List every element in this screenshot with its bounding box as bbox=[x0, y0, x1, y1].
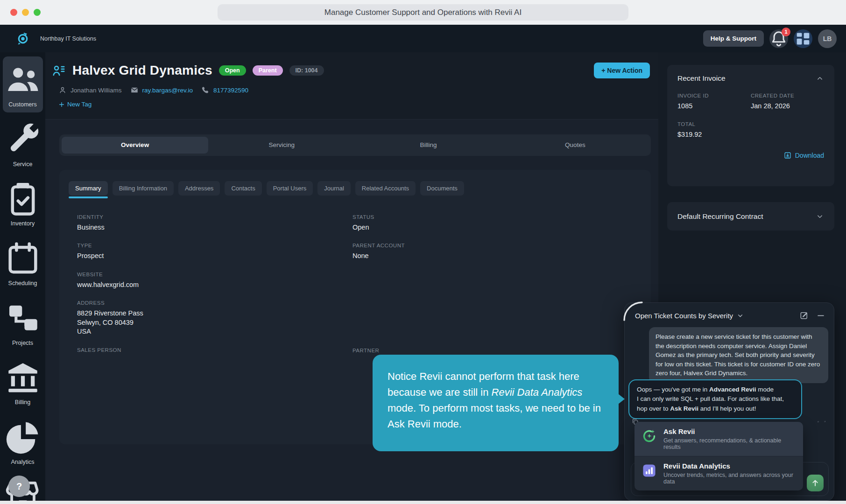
subtab-journal[interactable]: Journal bbox=[317, 181, 351, 196]
download-invoice-link[interactable]: Download bbox=[783, 151, 824, 160]
customer-header: Halvex Grid Dynamics Open Parent ID: 100… bbox=[45, 52, 658, 119]
minimize-chat-icon[interactable] bbox=[816, 311, 825, 320]
help-fab-button[interactable]: ? bbox=[8, 476, 30, 497]
user-avatar[interactable]: LB bbox=[818, 29, 837, 48]
menu-item-ask-revii[interactable]: Ask Revii Get answers, recommendations, … bbox=[634, 422, 803, 456]
overview-subtabs: Summary Billing Information Addresses Co… bbox=[69, 181, 642, 196]
chat-title-chevron-icon[interactable] bbox=[736, 312, 744, 320]
contact-name: Jonathan Williams bbox=[70, 87, 122, 94]
field-type: TYPE Prospect bbox=[77, 243, 352, 261]
phone-icon bbox=[201, 86, 210, 94]
projects-icon bbox=[4, 299, 42, 337]
new-chat-icon[interactable] bbox=[799, 311, 809, 320]
sidebar-item-analytics[interactable]: Analytics bbox=[3, 414, 43, 470]
org-name: Northbay IT Solutions bbox=[40, 35, 96, 42]
chat-corner-arc bbox=[621, 300, 645, 323]
sidebar-item-inventory[interactable]: Inventory bbox=[3, 175, 43, 231]
main-tabs: Overview Servicing Billing Quotes bbox=[59, 134, 651, 156]
subtab-summary[interactable]: Summary bbox=[69, 181, 108, 196]
scheduling-icon bbox=[4, 239, 42, 278]
tab-servicing[interactable]: Servicing bbox=[208, 137, 355, 154]
notifications-button[interactable]: 1 bbox=[769, 29, 788, 48]
tab-overview[interactable]: Overview bbox=[62, 137, 208, 154]
field-status: STATUS Open bbox=[352, 214, 642, 232]
contact-email-link[interactable]: ray.bargas@rev.io bbox=[142, 87, 193, 94]
subtab-portal-users[interactable]: Portal Users bbox=[267, 181, 313, 196]
thumbs-up-icon[interactable] bbox=[818, 418, 819, 426]
chat-title: Open Ticket Counts by Severity bbox=[635, 312, 733, 320]
new-tag-button[interactable]: New Tag bbox=[58, 101, 92, 108]
mode-select-menu: Ask Revii Get answers, recommendations, … bbox=[634, 422, 803, 490]
traffic-lights[interactable] bbox=[10, 9, 41, 16]
chevron-down-icon[interactable] bbox=[816, 212, 824, 221]
window-bottom-edge bbox=[0, 501, 846, 504]
app-header: Northbay IT Solutions Help & Support 1 L… bbox=[0, 25, 846, 52]
recurring-contract-card[interactable]: Default Recurring Contract bbox=[667, 202, 834, 231]
plus-icon bbox=[58, 101, 65, 108]
field-website: WEBSITE www.halvexgrid.com bbox=[77, 272, 352, 290]
summary-fields: IDENTITY Business TYPE Prospect WEBSITE … bbox=[77, 214, 642, 364]
apps-launcher-button[interactable] bbox=[794, 29, 812, 48]
field-sales-person: SALES PERSON bbox=[77, 347, 352, 353]
field-identity: IDENTITY Business bbox=[77, 214, 352, 232]
revii-chat-widget: Open Ticket Counts by Severity Please cr… bbox=[624, 302, 834, 501]
customer-id-badge: ID: 1004 bbox=[289, 65, 324, 76]
chevron-up-icon[interactable] bbox=[816, 74, 824, 83]
subtab-billing-information[interactable]: Billing Information bbox=[113, 181, 174, 196]
field-created-date: CREATED DATE Jan 28, 2026 bbox=[751, 93, 824, 111]
apps-grid-icon bbox=[794, 29, 812, 48]
window-title: Manage Customer Support and Operations w… bbox=[218, 4, 628, 21]
subtab-documents[interactable]: Documents bbox=[420, 181, 464, 196]
customer-profile-icon bbox=[52, 63, 66, 77]
customer-name: Halvex Grid Dynamics bbox=[72, 63, 212, 78]
field-address: ADDRESS 8829 Riverstone Pass Selwyn, CO … bbox=[77, 300, 352, 336]
service-icon bbox=[4, 120, 42, 159]
menu-item-revii-data-analytics[interactable]: Revii Data Analytics Uncover trends, met… bbox=[634, 456, 803, 490]
help-support-button[interactable]: Help & Support bbox=[703, 30, 764, 47]
inventory-icon bbox=[4, 180, 42, 218]
revii-logo-icon bbox=[16, 32, 30, 46]
recent-invoice-card: Recent Invoice INVOICE ID 1085 CREATED D… bbox=[667, 65, 834, 186]
parent-badge: Parent bbox=[253, 65, 283, 76]
data-analytics-icon bbox=[642, 463, 657, 478]
field-parent-account: PARENT ACCOUNT None bbox=[352, 243, 642, 261]
sidebar-item-scheduling[interactable]: Scheduling bbox=[3, 235, 43, 291]
sidebar-item-service[interactable]: Service bbox=[3, 116, 43, 172]
window-titlebar: Manage Customer Support and Operations w… bbox=[0, 0, 846, 25]
zoom-window-button[interactable] bbox=[34, 9, 41, 16]
field-total: TOTAL $319.92 bbox=[677, 121, 751, 140]
download-icon bbox=[783, 151, 792, 160]
analytics-icon bbox=[4, 418, 42, 456]
close-window-button[interactable] bbox=[10, 9, 17, 16]
thumbs-down-icon[interactable] bbox=[824, 418, 826, 426]
instruction-callout: Notice Revii cannot perform that task he… bbox=[373, 355, 619, 451]
field-invoice-id: INVOICE ID 1085 bbox=[677, 93, 751, 111]
status-badge: Open bbox=[219, 65, 246, 76]
customers-icon bbox=[4, 61, 42, 99]
tab-billing[interactable]: Billing bbox=[355, 137, 502, 154]
field-partner: PARTNER bbox=[352, 348, 642, 353]
sidebar-nav: Customers Service Inventory Scheduling P… bbox=[0, 52, 45, 501]
tab-quotes[interactable]: Quotes bbox=[502, 137, 649, 154]
send-button[interactable] bbox=[807, 475, 824, 491]
minimize-window-button[interactable] bbox=[22, 9, 29, 16]
subtab-addresses[interactable]: Addresses bbox=[178, 181, 220, 196]
mail-icon bbox=[130, 86, 139, 94]
recent-invoice-title: Recent Invoice bbox=[677, 74, 726, 83]
ask-revii-icon bbox=[642, 428, 657, 444]
ai-message-bubble: Oops — you've got me in Advanced Revii m… bbox=[628, 379, 802, 419]
billing-icon bbox=[4, 358, 42, 397]
sidebar-item-billing[interactable]: Billing bbox=[3, 354, 43, 410]
subtab-related-accounts[interactable]: Related Accounts bbox=[355, 181, 416, 196]
person-icon bbox=[58, 86, 67, 94]
contact-phone-link[interactable]: 8177392590 bbox=[213, 87, 248, 94]
sidebar-item-customers[interactable]: Customers bbox=[3, 56, 43, 112]
user-message-bubble: Please create a new service ticket for t… bbox=[649, 327, 828, 383]
notification-badge: 1 bbox=[782, 28, 790, 36]
new-action-button[interactable]: + New Action bbox=[594, 63, 650, 78]
arrow-up-icon bbox=[811, 478, 820, 488]
sidebar-item-projects[interactable]: Projects bbox=[3, 295, 43, 351]
subtab-contacts[interactable]: Contacts bbox=[225, 181, 261, 196]
